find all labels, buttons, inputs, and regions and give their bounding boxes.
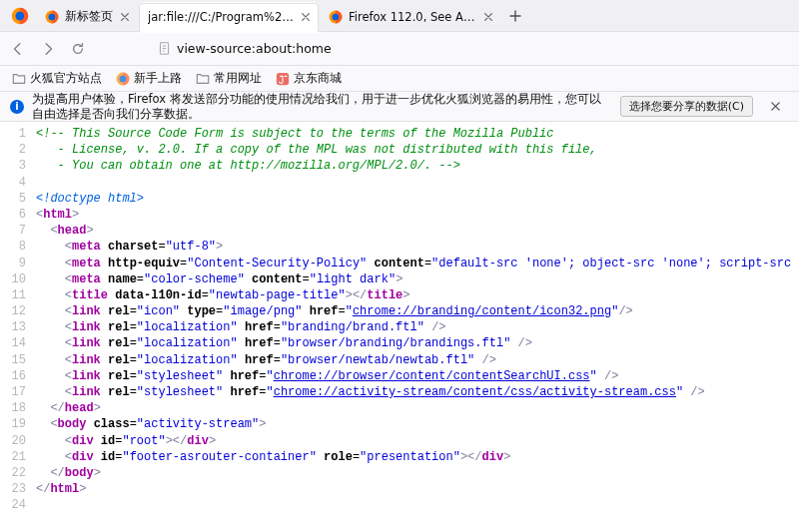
source-line: 7 <head> <box>10 223 799 239</box>
source-line: 19 <body class="activity-stream"> <box>10 416 799 432</box>
info-choose-button[interactable]: 选择您要分享的数据(C) <box>620 96 753 117</box>
tab-favicon <box>45 10 59 24</box>
line-number: 24 <box>10 497 36 513</box>
info-text: 为提高用户体验，Firefox 将发送部分功能的使用情况给我们，用于进一步优化火… <box>32 92 612 122</box>
source-line: 18 </head> <box>10 400 799 416</box>
source-view: 1<!-- This Source Code Form is subject t… <box>0 122 799 518</box>
source-line: 17 <link rel="stylesheet" href="chrome:/… <box>10 384 799 400</box>
svg-point-5 <box>333 13 340 20</box>
svg-point-1 <box>16 11 25 20</box>
bookmark-label: 火狐官方站点 <box>30 71 102 86</box>
line-number: 17 <box>10 384 36 400</box>
reload-button[interactable] <box>64 36 92 62</box>
info-bar: i 为提高用户体验，Firefox 将发送部分功能的使用情况给我们，用于进一步优… <box>0 92 799 122</box>
bookmark-favicon <box>116 72 130 86</box>
tab-title: jar:file:///C:/Program%20Files/M <box>148 10 294 24</box>
bookmarks-bar: 火狐官方站点新手上路常用网址京东商城 <box>0 66 799 92</box>
tab-title: Firefox 112.0, See All New Fe <box>349 10 476 24</box>
tab-close-button[interactable] <box>298 9 314 25</box>
info-icon: i <box>10 100 24 114</box>
line-number: 2 <box>10 142 36 158</box>
line-number: 7 <box>10 223 36 239</box>
line-number: 8 <box>10 239 36 255</box>
line-number: 14 <box>10 335 36 351</box>
tab-favicon <box>329 10 343 24</box>
tab-0[interactable]: 新标签页 <box>37 3 137 31</box>
line-content: <link rel="localization" href="branding/… <box>36 319 799 335</box>
bookmark-favicon <box>196 72 210 86</box>
bookmark-favicon <box>276 72 290 86</box>
bookmark-item-3[interactable]: 京东商城 <box>270 69 348 88</box>
source-line: 16 <link rel="stylesheet" href="chrome:/… <box>10 368 799 384</box>
tabs-bar: 新标签页jar:file:///C:/Program%20Files/MFire… <box>0 0 799 32</box>
bookmark-label: 常用网址 <box>214 71 262 86</box>
source-line: 23</html> <box>10 481 799 497</box>
source-link[interactable]: chrome://browser/content/contentSearchUI… <box>274 369 590 383</box>
line-content: <meta charset="utf-8"> <box>36 239 799 255</box>
source-line: 22 </body> <box>10 465 799 481</box>
source-line: 5<!doctype html> <box>10 191 799 207</box>
line-content: <body class="activity-stream"> <box>36 416 799 432</box>
source-link[interactable]: chrome://branding/content/icon32.png <box>353 304 611 318</box>
source-line: 8 <meta charset="utf-8"> <box>10 239 799 255</box>
line-number: 19 <box>10 416 36 432</box>
firefox-app-icon <box>8 4 32 28</box>
line-content: <meta name="color-scheme" content="light… <box>36 271 799 287</box>
tab-close-button[interactable] <box>117 9 133 25</box>
line-content <box>36 497 799 513</box>
line-content: - You can obtain one at http://mozilla.o… <box>36 158 799 174</box>
line-content: <!doctype html> <box>36 191 799 207</box>
tab-1[interactable]: jar:file:///C:/Program%20Files/M <box>139 3 319 31</box>
line-content: <link rel="localization" href="browser/n… <box>36 352 799 368</box>
tab-title: 新标签页 <box>65 9 113 24</box>
url-text: view-source:about:home <box>177 41 332 56</box>
back-button[interactable] <box>4 36 32 62</box>
source-line: 13 <link rel="localization" href="brandi… <box>10 319 799 335</box>
forward-button[interactable] <box>34 36 62 62</box>
line-number: 20 <box>10 433 36 449</box>
source-line: 10 <meta name="color-scheme" content="li… <box>10 271 799 287</box>
line-number: 21 <box>10 449 36 465</box>
source-line: 14 <link rel="localization" href="browse… <box>10 335 799 351</box>
bookmark-item-0[interactable]: 火狐官方站点 <box>6 69 108 88</box>
line-number: 3 <box>10 158 36 174</box>
bookmark-label: 京东商城 <box>294 71 342 86</box>
line-content: - License, v. 2.0. If a copy of the MPL … <box>36 142 799 158</box>
source-line: 12 <link rel="icon" type="image/png" hre… <box>10 303 799 319</box>
line-content: </body> <box>36 465 799 481</box>
url-bar[interactable]: view-source:about:home <box>150 36 709 62</box>
line-number: 18 <box>10 400 36 416</box>
line-content: </head> <box>36 400 799 416</box>
line-number: 13 <box>10 319 36 335</box>
source-line: 9 <meta http-equiv="Content-Security-Pol… <box>10 256 799 271</box>
line-number: 5 <box>10 191 36 207</box>
source-link[interactable]: chrome://activity-stream/content/css/act… <box>274 385 676 399</box>
tab-close-button[interactable] <box>480 9 496 25</box>
line-content: <!-- This Source Code Form is subject to… <box>36 126 799 142</box>
bookmark-label: 新手上路 <box>134 71 182 86</box>
source-line: 21 <div id="footer-asrouter-container" r… <box>10 449 799 465</box>
line-number: 6 <box>10 207 36 223</box>
bookmark-favicon <box>12 72 26 86</box>
line-content: <link rel="icon" type="image/png" href="… <box>36 303 799 319</box>
line-content: </html> <box>36 481 799 497</box>
bookmark-item-1[interactable]: 新手上路 <box>110 69 188 88</box>
line-number: 4 <box>10 175 36 191</box>
svg-point-8 <box>120 75 127 82</box>
nav-bar: view-source:about:home <box>0 32 799 66</box>
line-content: <html> <box>36 207 799 223</box>
info-close-button[interactable] <box>761 94 789 120</box>
source-line: 6<html> <box>10 207 799 223</box>
source-line: 2 - License, v. 2.0. If a copy of the MP… <box>10 142 799 158</box>
source-line: 4 <box>10 175 799 191</box>
line-number: 1 <box>10 126 36 142</box>
source-line: 20 <div id="root"></div> <box>10 433 799 449</box>
bookmark-item-2[interactable]: 常用网址 <box>190 69 268 88</box>
line-number: 15 <box>10 352 36 368</box>
tab-2[interactable]: Firefox 112.0, See All New Fe <box>321 3 500 31</box>
new-tab-button[interactable] <box>503 4 527 28</box>
line-number: 16 <box>10 368 36 384</box>
line-content: <link rel="stylesheet" href="chrome://ac… <box>36 384 799 400</box>
source-line: 11 <title data-l10n-id="newtab-page-titl… <box>10 287 799 303</box>
line-content: <meta http-equiv="Content-Security-Polic… <box>36 256 799 271</box>
